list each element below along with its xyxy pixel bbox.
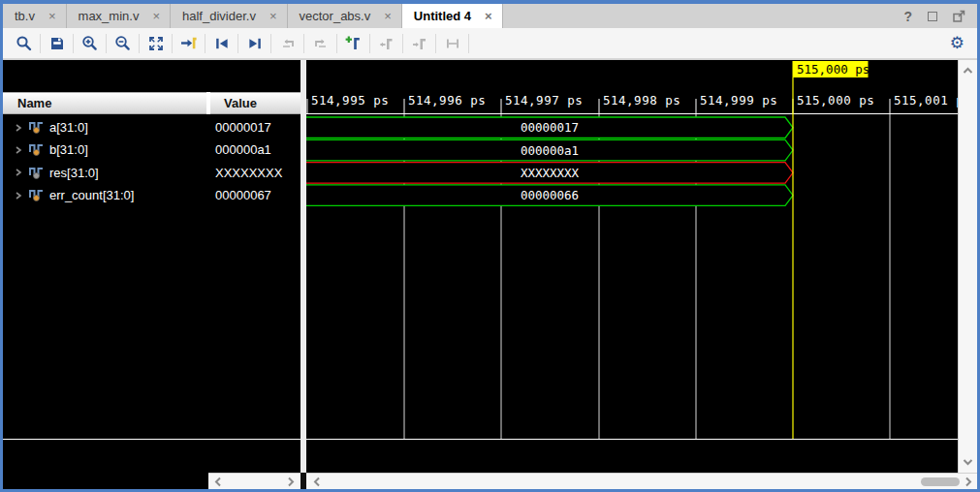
wave-scrollbar-thumb[interactable] — [921, 477, 960, 486]
wave-horizontal-scrollbar[interactable] — [306, 473, 977, 489]
add-marker-button[interactable] — [340, 31, 366, 56]
value-header-label: Value — [224, 96, 257, 110]
name-panel-horizontal-scrollbar[interactable] — [208, 473, 300, 489]
value-column-header[interactable]: Value — [210, 92, 300, 114]
previous-marker-button[interactable] — [373, 31, 399, 56]
expand-chevron-icon[interactable] — [15, 146, 22, 154]
tab-half-divider-v[interactable]: half_divider.v × — [171, 4, 287, 28]
window-border-top — [0, 0, 980, 4]
vertical-scrollbar[interactable] — [958, 60, 977, 473]
signal-row[interactable]: err_count[31:0] 00000067 — [3, 184, 300, 206]
tab-label: vector_abs.v — [300, 9, 371, 23]
signal-panel: Name Value a[31:0] 00000017 — [3, 60, 300, 473]
tab-label: Untitled 4 — [414, 9, 471, 23]
tab-close-icon[interactable]: × — [152, 10, 160, 22]
tab-label: max_min.v — [79, 9, 140, 23]
name-column-header[interactable]: Name — [3, 92, 206, 114]
float-window-icon[interactable] — [953, 10, 965, 22]
previous-transition-button[interactable] — [208, 31, 235, 56]
tab-close-icon[interactable]: × — [269, 10, 277, 22]
zoom-out-icon — [114, 35, 131, 51]
bus-signal-icon — [29, 121, 44, 134]
search-button[interactable] — [11, 31, 37, 56]
zoom-in-button[interactable] — [77, 31, 103, 56]
titlebar-actions: ? — [903, 4, 965, 28]
save-icon — [49, 36, 65, 51]
timeline-label: 514,999 ps — [700, 93, 777, 108]
previous-marker-icon — [379, 36, 395, 51]
wave-scroll-right-arrow[interactable] — [962, 475, 975, 488]
bus-signal-icon — [29, 189, 44, 201]
timeline-label: 514,998 ps — [603, 93, 680, 108]
expand-chevron-icon[interactable] — [15, 124, 22, 132]
waveform-canvas[interactable]: 514,995 ps514,996 ps514,997 ps514,998 ps… — [306, 60, 958, 473]
tab-label: tb.v — [15, 9, 35, 23]
bus-value-label: XXXXXXXX — [521, 166, 580, 180]
signal-name: res[31:0] — [49, 166, 99, 180]
name-scroll-left-arrow[interactable] — [211, 475, 225, 488]
scroll-up-arrow[interactable] — [961, 64, 974, 77]
goto-next-edge-icon — [313, 36, 329, 51]
bottom-filler — [3, 473, 208, 489]
signal-value: 00000017 — [215, 120, 271, 135]
bus-signal-icon — [29, 143, 44, 156]
goto-previous-edge-icon — [280, 36, 296, 51]
goto-next-edge-button[interactable] — [307, 31, 333, 56]
bus-value-label: 00000017 — [521, 120, 579, 135]
tab-untitled-4[interactable]: Untitled 4 × — [402, 4, 503, 28]
snap-to-transition-button[interactable] — [439, 31, 465, 56]
next-marker-button[interactable] — [406, 31, 432, 56]
save-waveform-button[interactable] — [44, 31, 70, 56]
timeline-label: 514,995 ps — [311, 93, 389, 108]
signal-name: a[31:0] — [49, 120, 88, 135]
signal-row[interactable]: b[31:0] 000000a1 — [3, 138, 300, 161]
signal-value: XXXXXXXX — [215, 166, 282, 180]
timeline-label: 515,000 ps — [797, 93, 874, 108]
window-border-left — [0, 0, 3, 492]
wave-scroll-left-arrow[interactable] — [310, 475, 324, 488]
go-to-time-cursor-icon — [180, 35, 197, 51]
maximize-icon[interactable] — [928, 12, 937, 21]
waveform-window: tb.v × max_min.v × half_divider.v × vect… — [0, 0, 980, 492]
tab-close-icon[interactable]: × — [485, 10, 492, 22]
bus-value-label: 000000a1 — [521, 143, 579, 158]
signal-name: b[31:0] — [49, 142, 88, 157]
zoom-fit-button[interactable] — [142, 31, 169, 56]
name-header-label: Name — [17, 96, 51, 110]
signal-row[interactable]: res[31:0] XXXXXXXX — [3, 162, 300, 184]
signal-row[interactable]: a[31:0] 00000017 — [3, 116, 300, 138]
toolbar: ⚙ — [3, 28, 977, 59]
timeline-label: 514,997 ps — [505, 93, 583, 108]
gear-icon: ⚙ — [950, 35, 964, 51]
bus-signal-icon — [29, 167, 44, 179]
time-cursor-label: 515,000 ps — [797, 62, 869, 77]
signal-value: 000000a1 — [215, 142, 271, 157]
add-marker-icon — [345, 35, 362, 51]
tab-vector-abs-v[interactable]: vector_abs.v × — [288, 4, 402, 28]
tab-close-icon[interactable]: × — [48, 10, 56, 22]
settings-gear-button[interactable]: ⚙ — [950, 28, 964, 58]
snap-to-transition-icon — [445, 36, 460, 51]
tab-max-min-v[interactable]: max_min.v × — [67, 4, 171, 28]
zoom-fit-icon — [148, 36, 164, 51]
expand-chevron-icon[interactable] — [15, 192, 22, 200]
name-scroll-right-arrow[interactable] — [284, 475, 298, 488]
signal-panel-header: Name Value — [3, 92, 300, 114]
zoom-in-icon — [81, 35, 98, 51]
signal-name: err_count[31:0] — [49, 188, 134, 202]
go-to-time-cursor-button[interactable] — [175, 31, 202, 56]
next-transition-icon — [247, 36, 263, 51]
scroll-down-arrow[interactable] — [961, 455, 974, 469]
timeline-label: 514,996 ps — [408, 93, 486, 108]
tab-close-icon[interactable]: × — [384, 10, 392, 22]
help-icon[interactable]: ? — [903, 9, 912, 24]
next-transition-button[interactable] — [241, 31, 268, 56]
timeline-label: 515,001 ps — [894, 93, 958, 108]
tab-tb-v[interactable]: tb.v × — [3, 4, 67, 28]
zoom-out-button[interactable] — [110, 31, 136, 56]
goto-previous-edge-button[interactable] — [274, 31, 300, 56]
panel-separator-line — [3, 439, 300, 440]
tab-label: half_divider.v — [182, 9, 256, 23]
expand-chevron-icon[interactable] — [15, 169, 22, 176]
bus-value-label: 00000066 — [521, 188, 579, 202]
